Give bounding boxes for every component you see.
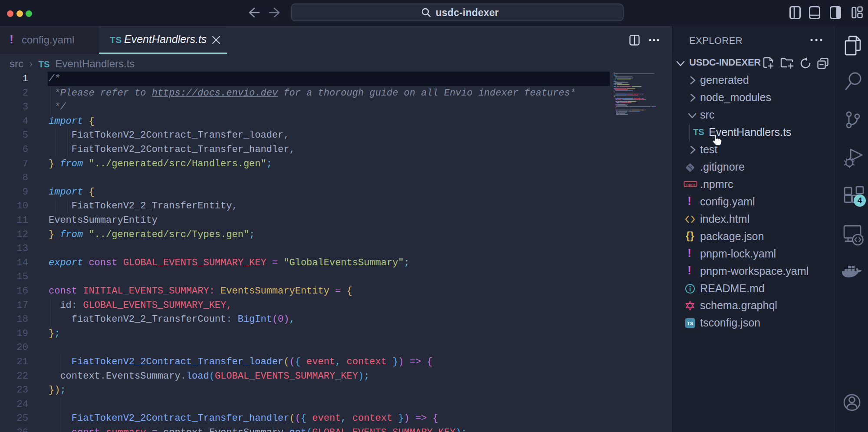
svg-text:npm: npm xyxy=(686,182,695,187)
svg-text:TS: TS xyxy=(687,321,693,326)
